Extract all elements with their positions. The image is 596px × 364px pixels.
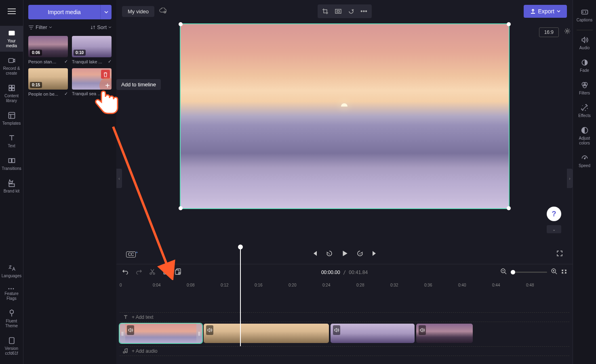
resize-handle[interactable] bbox=[507, 22, 511, 26]
rotate-icon[interactable] bbox=[345, 6, 357, 17]
ruler-mark: 0:36 bbox=[424, 283, 432, 287]
collapse-panel-right[interactable]: › bbox=[567, 169, 573, 188]
volume-icon[interactable] bbox=[419, 325, 426, 335]
playhead[interactable] bbox=[240, 245, 241, 346]
sidebar-item-version[interactable]: Version ccfd61f bbox=[0, 333, 23, 359]
sidebar-item-text[interactable]: Text bbox=[0, 131, 23, 152]
right-item-captions[interactable]: Captions bbox=[573, 5, 596, 26]
duplicate-icon[interactable] bbox=[175, 268, 181, 276]
svg-rect-5 bbox=[12, 88, 14, 91]
timeline-clip[interactable] bbox=[331, 324, 415, 343]
svg-rect-0 bbox=[8, 31, 15, 36]
sidebar-label: Version ccfd61f bbox=[2, 346, 22, 356]
svg-rect-7 bbox=[8, 159, 11, 163]
collapse-panel-left[interactable]: ‹ bbox=[116, 169, 122, 188]
resize-handle[interactable] bbox=[179, 206, 183, 210]
right-item-audio[interactable]: Audio bbox=[573, 33, 596, 54]
settings-icon[interactable] bbox=[564, 27, 571, 36]
sidebar-label: Your media bbox=[2, 39, 22, 48]
rail-label: Speed bbox=[579, 163, 590, 168]
sidebar-item-templates[interactable]: Templates bbox=[0, 108, 23, 129]
sidebar-label: Record & create bbox=[2, 66, 22, 76]
right-item-effects[interactable]: Effects bbox=[573, 100, 596, 121]
preview-content bbox=[341, 103, 347, 107]
sidebar-item-feature-flags[interactable]: ••• Feature Flags bbox=[0, 283, 23, 304]
ruler-mark: 0:40 bbox=[458, 283, 466, 287]
menu-button[interactable] bbox=[4, 3, 20, 19]
sidebar-item-your-media[interactable]: Your media bbox=[0, 26, 23, 52]
duration-badge: 0:10 bbox=[74, 50, 86, 56]
rail-label: Captions bbox=[577, 18, 592, 23]
right-item-filters[interactable]: Filters bbox=[573, 78, 596, 99]
volume-icon[interactable] bbox=[127, 325, 134, 335]
sidebar-item-record-create[interactable]: Record & create bbox=[0, 53, 23, 79]
right-item-speed[interactable]: Speed bbox=[573, 151, 596, 172]
skip-end-icon[interactable] bbox=[372, 250, 378, 258]
timeline-clip[interactable] bbox=[416, 324, 473, 343]
sidebar-item-brand-kit[interactable]: Brand kit bbox=[0, 176, 23, 197]
filter-button[interactable]: Filter bbox=[28, 24, 52, 30]
import-media-button[interactable]: Import media bbox=[28, 5, 100, 19]
project-title[interactable]: My video bbox=[122, 6, 154, 17]
timeline-clip[interactable]: || || bbox=[120, 324, 202, 343]
right-item-fade[interactable]: Fade bbox=[573, 55, 596, 76]
volume-icon[interactable] bbox=[333, 325, 340, 335]
check-icon: ✓ bbox=[108, 59, 112, 64]
delete-icon[interactable] bbox=[162, 268, 168, 276]
svg-rect-9 bbox=[9, 338, 14, 344]
more-icon[interactable]: ••• bbox=[358, 6, 370, 17]
sidebar-label: Templates bbox=[2, 121, 21, 126]
resize-handle[interactable] bbox=[507, 206, 511, 210]
help-button[interactable]: ? bbox=[547, 207, 561, 221]
media-item[interactable]: 0:15 People on be...✓ bbox=[28, 68, 68, 96]
fit-timeline-icon[interactable] bbox=[561, 269, 567, 276]
aspect-ratio-button[interactable]: 16:9 bbox=[539, 27, 559, 37]
undo-icon[interactable] bbox=[122, 269, 128, 276]
zoom-out-icon[interactable] bbox=[501, 268, 507, 276]
sort-button[interactable]: Sort bbox=[91, 24, 112, 30]
text-track[interactable]: + Add text bbox=[120, 312, 569, 322]
sidebar-label: Content library bbox=[2, 94, 22, 103]
sidebar-item-languages[interactable]: Languages bbox=[0, 261, 23, 282]
tooltip: Add to timeline bbox=[116, 79, 161, 90]
sidebar-label: Brand kit bbox=[4, 189, 19, 194]
rewind-icon[interactable]: 5 bbox=[326, 250, 333, 259]
fullscreen-icon[interactable] bbox=[556, 251, 563, 258]
captions-icon[interactable]: CC+ bbox=[126, 251, 136, 257]
media-item[interactable]: 0:06 Person standi...✓ bbox=[28, 36, 68, 64]
sidebar-item-content-library[interactable]: Content library bbox=[0, 81, 23, 107]
right-item-adjust-colors[interactable]: Adjust colors bbox=[573, 123, 596, 149]
clip-handle[interactable]: || bbox=[196, 324, 202, 343]
timeline-toolbar: 00:00.00 / 00:41.84 bbox=[116, 264, 573, 280]
import-media-dropdown[interactable] bbox=[100, 5, 112, 19]
sidebar-label: Feature Flags bbox=[2, 291, 22, 301]
clip-handle[interactable]: || bbox=[120, 324, 125, 343]
crop-icon[interactable] bbox=[319, 6, 331, 17]
ruler-mark: 0 bbox=[120, 283, 122, 287]
play-button[interactable] bbox=[341, 250, 348, 259]
svg-rect-8 bbox=[12, 159, 15, 163]
expand-button[interactable]: ⌄ bbox=[547, 225, 561, 233]
media-item[interactable]: 0:10 Tranquil lake ...✓ bbox=[72, 36, 112, 64]
playback-controls: CC+ 5 5 bbox=[116, 245, 573, 264]
resize-handle[interactable] bbox=[179, 22, 183, 26]
split-icon[interactable] bbox=[150, 268, 155, 276]
sidebar-item-fluent-theme[interactable]: Fluent Theme bbox=[0, 306, 23, 332]
skip-start-icon[interactable] bbox=[311, 250, 318, 258]
ruler-mark: 0:08 bbox=[187, 283, 194, 287]
preview-canvas[interactable] bbox=[180, 23, 510, 209]
zoom-slider[interactable] bbox=[511, 272, 547, 273]
ruler-mark: 0:04 bbox=[153, 283, 160, 287]
fit-icon[interactable] bbox=[332, 6, 344, 17]
forward-icon[interactable]: 5 bbox=[356, 250, 364, 259]
timeline-clip[interactable] bbox=[204, 324, 329, 343]
sidebar-label: Text bbox=[8, 144, 15, 149]
volume-icon[interactable] bbox=[206, 325, 213, 335]
audio-track[interactable]: + Add audio bbox=[120, 346, 569, 356]
export-button[interactable]: Export bbox=[524, 5, 567, 18]
sidebar-item-transitions[interactable]: Transitions bbox=[0, 153, 23, 174]
timeline-ruler[interactable]: 0 0:04 0:08 0:12 0:16 0:20 0:24 0:28 0:3… bbox=[116, 280, 573, 290]
redo-icon[interactable] bbox=[136, 269, 142, 276]
zoom-in-icon[interactable] bbox=[551, 268, 557, 276]
svg-rect-11 bbox=[335, 9, 341, 13]
